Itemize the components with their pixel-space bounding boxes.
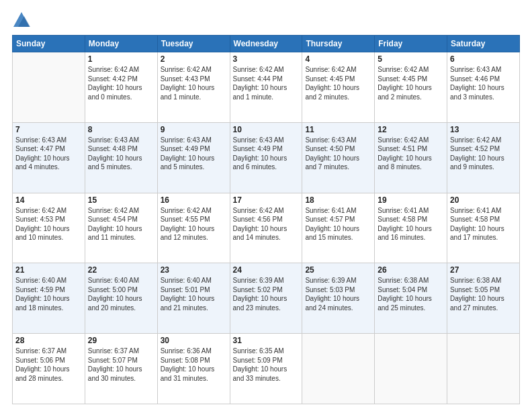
weekday-saturday: Saturday	[447, 36, 520, 52]
day-number: 28	[15, 336, 82, 345]
day-info: Sunrise: 6:42 AM Sunset: 4:51 PM Dayligh…	[378, 136, 444, 172]
day-info: Sunrise: 6:39 AM Sunset: 5:02 PM Dayligh…	[233, 276, 300, 312]
day-info: Sunrise: 6:42 AM Sunset: 4:53 PM Dayligh…	[15, 206, 82, 242]
calendar-cell: 10Sunrise: 6:43 AM Sunset: 4:49 PM Dayli…	[230, 122, 302, 193]
day-info: Sunrise: 6:36 AM Sunset: 5:08 PM Dayligh…	[161, 347, 227, 383]
day-number: 4	[305, 54, 371, 64]
calendar-cell: 28Sunrise: 6:37 AM Sunset: 5:06 PM Dayli…	[13, 334, 85, 404]
day-info: Sunrise: 6:42 AM Sunset: 4:43 PM Dayligh…	[161, 65, 227, 101]
day-number: 20	[450, 195, 517, 205]
day-info: Sunrise: 6:42 AM Sunset: 4:45 PM Dayligh…	[305, 65, 371, 101]
weekday-friday: Friday	[375, 36, 447, 52]
calendar-cell: 16Sunrise: 6:42 AM Sunset: 4:55 PM Dayli…	[157, 193, 230, 263]
calendar-cell: 1Sunrise: 6:42 AM Sunset: 4:42 PM Daylig…	[85, 52, 157, 123]
page: SundayMondayTuesdayWednesdayThursdayFrid…	[0, 0, 532, 411]
calendar-cell: 14Sunrise: 6:42 AM Sunset: 4:53 PM Dayli…	[13, 193, 85, 263]
day-number: 2	[161, 54, 227, 64]
day-number: 11	[305, 125, 371, 134]
week-row-2: 14Sunrise: 6:42 AM Sunset: 4:53 PM Dayli…	[13, 193, 520, 263]
calendar-cell	[375, 334, 447, 404]
calendar-cell: 2Sunrise: 6:42 AM Sunset: 4:43 PM Daylig…	[157, 52, 230, 123]
logo	[12, 11, 34, 30]
calendar-cell: 22Sunrise: 6:40 AM Sunset: 5:00 PM Dayli…	[85, 263, 157, 334]
weekday-monday: Monday	[85, 36, 157, 52]
calendar-cell: 9Sunrise: 6:43 AM Sunset: 4:49 PM Daylig…	[157, 122, 230, 193]
day-number: 10	[233, 125, 300, 134]
day-number: 18	[305, 195, 371, 205]
day-info: Sunrise: 6:39 AM Sunset: 5:03 PM Dayligh…	[305, 276, 371, 312]
calendar-cell: 7Sunrise: 6:43 AM Sunset: 4:47 PM Daylig…	[13, 122, 85, 193]
day-info: Sunrise: 6:43 AM Sunset: 4:47 PM Dayligh…	[15, 136, 82, 172]
day-number: 21	[15, 265, 82, 275]
calendar-cell: 23Sunrise: 6:40 AM Sunset: 5:01 PM Dayli…	[157, 263, 230, 334]
week-row-3: 21Sunrise: 6:40 AM Sunset: 4:59 PM Dayli…	[13, 263, 520, 334]
day-number: 25	[305, 265, 371, 275]
calendar-cell: 20Sunrise: 6:41 AM Sunset: 4:58 PM Dayli…	[447, 193, 520, 263]
day-number: 8	[88, 125, 154, 134]
calendar-cell: 30Sunrise: 6:36 AM Sunset: 5:08 PM Dayli…	[157, 334, 230, 404]
calendar-cell: 18Sunrise: 6:41 AM Sunset: 4:57 PM Dayli…	[302, 193, 375, 263]
calendar-cell: 29Sunrise: 6:37 AM Sunset: 5:07 PM Dayli…	[85, 334, 157, 404]
day-number: 19	[378, 195, 444, 205]
day-number: 7	[15, 125, 82, 134]
week-row-1: 7Sunrise: 6:43 AM Sunset: 4:47 PM Daylig…	[13, 122, 520, 193]
week-row-4: 28Sunrise: 6:37 AM Sunset: 5:06 PM Dayli…	[13, 334, 520, 404]
day-number: 27	[450, 265, 517, 275]
day-info: Sunrise: 6:40 AM Sunset: 5:01 PM Dayligh…	[161, 276, 227, 312]
day-number: 1	[88, 54, 154, 64]
calendar-cell: 11Sunrise: 6:43 AM Sunset: 4:50 PM Dayli…	[302, 122, 375, 193]
calendar-cell: 13Sunrise: 6:42 AM Sunset: 4:52 PM Dayli…	[447, 122, 520, 193]
day-info: Sunrise: 6:41 AM Sunset: 4:58 PM Dayligh…	[450, 206, 517, 242]
day-info: Sunrise: 6:35 AM Sunset: 5:09 PM Dayligh…	[233, 347, 300, 383]
day-number: 31	[233, 336, 300, 345]
calendar-cell: 5Sunrise: 6:42 AM Sunset: 4:45 PM Daylig…	[375, 52, 447, 123]
calendar-cell: 21Sunrise: 6:40 AM Sunset: 4:59 PM Dayli…	[13, 263, 85, 334]
day-info: Sunrise: 6:42 AM Sunset: 4:55 PM Dayligh…	[161, 206, 227, 242]
day-info: Sunrise: 6:42 AM Sunset: 4:56 PM Dayligh…	[233, 206, 300, 242]
calendar-cell: 24Sunrise: 6:39 AM Sunset: 5:02 PM Dayli…	[230, 263, 302, 334]
day-info: Sunrise: 6:41 AM Sunset: 4:58 PM Dayligh…	[378, 206, 444, 242]
day-number: 15	[88, 195, 154, 205]
day-info: Sunrise: 6:43 AM Sunset: 4:48 PM Dayligh…	[88, 136, 154, 172]
day-number: 5	[378, 54, 444, 64]
calendar-cell: 12Sunrise: 6:42 AM Sunset: 4:51 PM Dayli…	[375, 122, 447, 193]
calendar-cell: 15Sunrise: 6:42 AM Sunset: 4:54 PM Dayli…	[85, 193, 157, 263]
week-row-0: 1Sunrise: 6:42 AM Sunset: 4:42 PM Daylig…	[13, 52, 520, 123]
day-info: Sunrise: 6:40 AM Sunset: 5:00 PM Dayligh…	[88, 276, 154, 312]
day-info: Sunrise: 6:38 AM Sunset: 5:04 PM Dayligh…	[378, 276, 444, 312]
day-info: Sunrise: 6:42 AM Sunset: 4:45 PM Dayligh…	[378, 65, 444, 101]
day-number: 12	[378, 125, 444, 134]
weekday-wednesday: Wednesday	[230, 36, 302, 52]
day-number: 29	[88, 336, 154, 345]
calendar-cell: 6Sunrise: 6:43 AM Sunset: 4:46 PM Daylig…	[447, 52, 520, 123]
calendar-cell: 8Sunrise: 6:43 AM Sunset: 4:48 PM Daylig…	[85, 122, 157, 193]
day-number: 16	[161, 195, 227, 205]
day-number: 24	[233, 265, 300, 275]
calendar-cell: 25Sunrise: 6:39 AM Sunset: 5:03 PM Dayli…	[302, 263, 375, 334]
weekday-tuesday: Tuesday	[157, 36, 230, 52]
day-info: Sunrise: 6:37 AM Sunset: 5:07 PM Dayligh…	[88, 347, 154, 383]
day-info: Sunrise: 6:43 AM Sunset: 4:46 PM Dayligh…	[450, 65, 517, 101]
day-number: 23	[161, 265, 227, 275]
day-number: 17	[233, 195, 300, 205]
calendar-cell: 26Sunrise: 6:38 AM Sunset: 5:04 PM Dayli…	[375, 263, 447, 334]
day-info: Sunrise: 6:40 AM Sunset: 4:59 PM Dayligh…	[15, 276, 82, 312]
calendar-cell: 4Sunrise: 6:42 AM Sunset: 4:45 PM Daylig…	[302, 52, 375, 123]
day-number: 6	[450, 54, 517, 64]
day-number: 9	[161, 125, 227, 134]
calendar-cell: 19Sunrise: 6:41 AM Sunset: 4:58 PM Dayli…	[375, 193, 447, 263]
day-number: 13	[450, 125, 517, 134]
day-info: Sunrise: 6:37 AM Sunset: 5:06 PM Dayligh…	[15, 347, 82, 383]
day-info: Sunrise: 6:42 AM Sunset: 4:54 PM Dayligh…	[88, 206, 154, 242]
day-info: Sunrise: 6:38 AM Sunset: 5:05 PM Dayligh…	[450, 276, 517, 312]
weekday-header-row: SundayMondayTuesdayWednesdayThursdayFrid…	[13, 36, 520, 52]
day-info: Sunrise: 6:43 AM Sunset: 4:50 PM Dayligh…	[305, 136, 371, 172]
header	[12, 11, 520, 30]
calendar-cell: 3Sunrise: 6:42 AM Sunset: 4:44 PM Daylig…	[230, 52, 302, 123]
day-info: Sunrise: 6:42 AM Sunset: 4:42 PM Dayligh…	[88, 65, 154, 101]
calendar-cell	[447, 334, 520, 404]
day-number: 3	[233, 54, 300, 64]
day-number: 30	[161, 336, 227, 345]
day-number: 22	[88, 265, 154, 275]
calendar-cell: 27Sunrise: 6:38 AM Sunset: 5:05 PM Dayli…	[447, 263, 520, 334]
